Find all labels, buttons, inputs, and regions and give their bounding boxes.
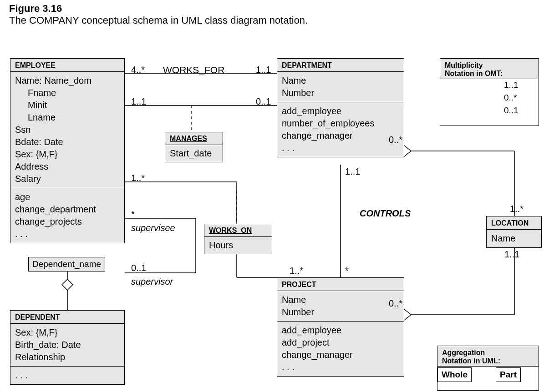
mult-supervisor: 0..1 bbox=[131, 263, 146, 273]
attr: Name bbox=[491, 232, 537, 245]
class-title: LOCATION bbox=[487, 216, 541, 230]
legend-title-line1: Multiplicity bbox=[445, 61, 534, 70]
assoc-class-workson: WORKS_ON Hours bbox=[204, 224, 272, 254]
attr: Start_date bbox=[165, 145, 223, 162]
attr: Name bbox=[282, 75, 399, 87]
attr: Sex: {M,F} bbox=[15, 327, 120, 339]
attr: Ssn bbox=[15, 124, 120, 136]
mult-projloc-proj: 0..* bbox=[389, 298, 402, 309]
assoc-controls-name: CONTROLS bbox=[360, 208, 411, 219]
mult-manages-emp: 1..1 bbox=[131, 96, 146, 107]
attr: Fname bbox=[15, 87, 120, 99]
class-employee: EMPLOYEE Name: Name_dom Fname Minit Lnam… bbox=[10, 58, 125, 243]
attr: Salary bbox=[15, 173, 120, 185]
class-title: PROJECT bbox=[277, 278, 404, 291]
operation: change_department bbox=[15, 203, 120, 216]
assoc-title: MANAGES bbox=[165, 132, 223, 145]
class-title: DEPENDENT bbox=[10, 311, 124, 324]
legend-uml-aggregation: Aggregation Notation in UML: Whole Part bbox=[437, 346, 539, 391]
attr: Number bbox=[282, 306, 399, 318]
legend-whole: Whole bbox=[437, 367, 472, 382]
legend-part: Part bbox=[496, 367, 521, 382]
attr: Minit bbox=[15, 99, 120, 111]
qualifier-dependent-name: Dependent_name bbox=[28, 257, 105, 271]
mult-worksfor-dept: 1..1 bbox=[256, 65, 271, 75]
operation: . . . bbox=[15, 369, 120, 382]
mult-projloc-loc: 1..1 bbox=[504, 249, 519, 260]
assoc-class-manages: MANAGES Start_date bbox=[165, 132, 223, 162]
attr: Lname bbox=[15, 111, 120, 124]
mult-deptloc-dept: 0..* bbox=[389, 135, 402, 145]
class-project: PROJECT Name Number add_employee add_pro… bbox=[277, 277, 404, 377]
operation: . . . bbox=[15, 228, 120, 240]
attr: Birth_date: Date bbox=[15, 339, 120, 351]
attr: Relationship bbox=[15, 351, 120, 363]
attr: Hours bbox=[204, 237, 272, 254]
operation: age bbox=[15, 191, 120, 203]
attr: Name bbox=[282, 294, 399, 306]
mult-workson-emp: 1..* bbox=[131, 173, 145, 183]
mult-supervisee: * bbox=[131, 209, 135, 220]
role-supervisee: supervisee bbox=[131, 223, 175, 233]
legend-title-line2: Notation in OMT: bbox=[445, 70, 534, 78]
legend-title-line1: Aggregation bbox=[442, 349, 534, 357]
assoc-title: WORKS_ON bbox=[204, 224, 272, 237]
mult-manages-dept: 0..1 bbox=[256, 96, 271, 107]
legend-row-text: 0..* bbox=[504, 93, 517, 103]
role-supervisor: supervisor bbox=[131, 276, 173, 287]
mult-deptloc-loc: 1..* bbox=[510, 204, 524, 214]
svg-marker-18 bbox=[62, 279, 73, 290]
operation: . . . bbox=[282, 142, 399, 154]
operation: change_manager bbox=[282, 130, 399, 142]
legend-row-text: 1..1 bbox=[504, 80, 518, 90]
assoc-worksfor-name: WORKS_FOR bbox=[163, 65, 224, 75]
class-title: EMPLOYEE bbox=[10, 59, 124, 72]
attr: Name: Name_dom bbox=[15, 75, 120, 87]
operation: add_employee bbox=[282, 324, 399, 337]
legend-row-text: 0..1 bbox=[504, 106, 518, 116]
operation: change_projects bbox=[15, 216, 120, 228]
class-dependent: DEPENDENT Sex: {M,F} Birth_date: Date Re… bbox=[10, 310, 125, 385]
mult-controls-dept: 1..1 bbox=[345, 166, 360, 177]
attr: Number bbox=[282, 87, 399, 99]
mult-controls-proj: 1..* bbox=[290, 266, 303, 276]
legend-title-line2: Notation in UML: bbox=[442, 357, 534, 365]
class-location: LOCATION Name bbox=[486, 216, 542, 248]
operation: add_project bbox=[282, 337, 399, 349]
mult-worksfor-emp: 4..* bbox=[131, 65, 145, 75]
operation: number_of_employees bbox=[282, 117, 399, 130]
operation: add_employee bbox=[282, 105, 399, 117]
class-title: DEPARTMENT bbox=[277, 59, 404, 72]
operation: . . . bbox=[282, 361, 399, 373]
legend-omt-multiplicity: Multiplicity Notation in OMT: 1..1 0..* … bbox=[440, 58, 539, 126]
operation: change_manager bbox=[282, 349, 399, 361]
attr: Address bbox=[15, 161, 120, 173]
attr: Bdate: Date bbox=[15, 136, 120, 148]
class-department: DEPARTMENT Name Number add_employee numb… bbox=[277, 58, 404, 157]
mult-controls-proj-side: * bbox=[345, 266, 349, 276]
attr: Sex: {M,F} bbox=[15, 148, 120, 161]
